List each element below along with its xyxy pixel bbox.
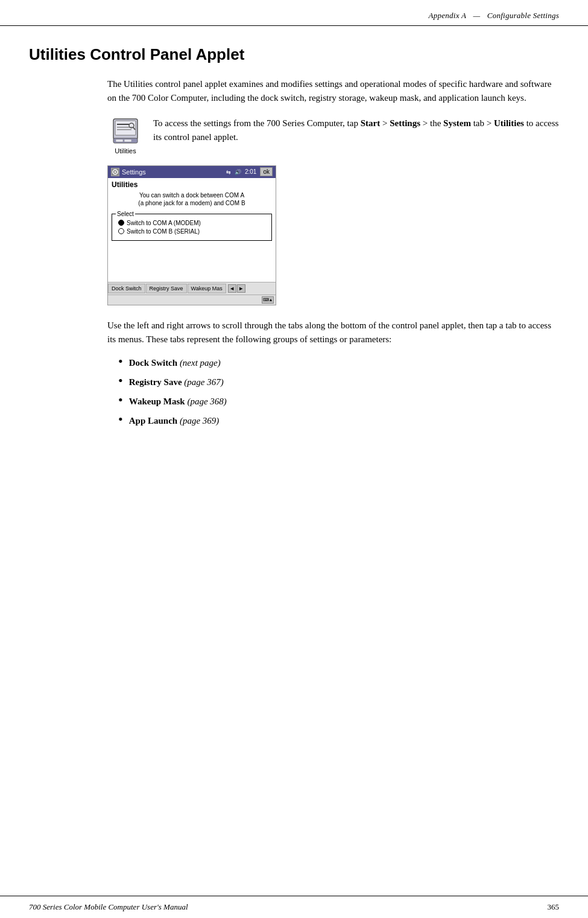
- titlebar-app-name: Settings: [122, 168, 146, 176]
- tab-wakeup-mask[interactable]: Wakeup Mas: [188, 284, 226, 293]
- svg-rect-4: [117, 129, 131, 130]
- bullet-italic: (page 367): [184, 377, 223, 387]
- body-paragraph-1: The Utilities control panel applet exami…: [107, 77, 559, 106]
- tab-nav: ◄ ►: [228, 284, 245, 293]
- signal-icon: ⇆: [226, 169, 231, 175]
- radio-label-2: Switch to COM B (SERIAL): [127, 228, 200, 235]
- bullet-bold: Registry Save: [129, 377, 182, 387]
- bullet-text: Registry Save (page 367): [129, 376, 224, 389]
- note-text-before-bold: To access the settings from the 700 Seri…: [153, 118, 361, 128]
- screen-tabs: Dock Switch Registry Save Wakeup Mas ◄ ►: [108, 282, 276, 295]
- screen-spacer: [110, 243, 273, 279]
- bullet-bold: Dock Switch: [129, 358, 177, 368]
- bullet-dot: •: [118, 374, 123, 387]
- list-item: • Dock Switch (next page): [118, 355, 559, 369]
- list-item: • Registry Save (page 367): [118, 374, 559, 389]
- bullet-italic: (page 368): [187, 397, 226, 406]
- section-label: Configurable Settings: [487, 11, 559, 20]
- titlebar-right: ⇆ 🔊 2:01 ok: [226, 167, 273, 176]
- radio-label-1: Switch to COM A (MODEM): [127, 220, 201, 226]
- settings-icon: [111, 168, 119, 176]
- screen-section-title: Utilities: [110, 180, 273, 189]
- screenshot-container: Settings ⇆ 🔊 2:01 ok Utilities You can s…: [107, 165, 276, 305]
- volume-icon: 🔊: [235, 169, 241, 175]
- list-item: • Wakeup Mask (page 368): [118, 394, 559, 408]
- titlebar-time: 2:01: [245, 168, 256, 175]
- svg-point-11: [115, 171, 116, 173]
- keyboard-icon[interactable]: ⌨▲: [262, 296, 274, 304]
- svg-rect-9: [124, 139, 131, 142]
- note-bold-settings: Settings: [390, 118, 420, 128]
- radio-empty-icon: [118, 228, 124, 234]
- note-block: Utilities To access the settings from th…: [107, 116, 559, 155]
- bullet-italic: (page 369): [180, 416, 219, 426]
- radio-option-2[interactable]: Switch to COM B (SERIAL): [116, 228, 268, 235]
- bullet-text: Dock Switch (next page): [129, 357, 221, 369]
- screenshot-titlebar: Settings ⇆ 🔊 2:01 ok: [108, 166, 276, 178]
- header-text: Appendix A — Configurable Settings: [429, 11, 560, 21]
- note-text2: > the: [420, 118, 443, 128]
- note-bold-utilities: Utilities: [494, 118, 524, 128]
- titlebar-left: Settings: [111, 168, 146, 176]
- em-dash: —: [473, 11, 480, 20]
- note-text: To access the settings from the 700 Seri…: [153, 116, 559, 145]
- ok-button[interactable]: ok: [260, 167, 273, 176]
- appendix-label: Appendix A: [429, 11, 466, 20]
- page-footer: 700 Series Color Mobile Computer User's …: [0, 896, 588, 918]
- utilities-icon-area: Utilities: [107, 116, 144, 155]
- svg-rect-2: [117, 124, 129, 125]
- select-legend: Select: [116, 211, 135, 217]
- radio-option-1[interactable]: Switch to COM A (MODEM): [116, 220, 268, 226]
- content-area: Utilities Control Panel Applet The Utili…: [0, 26, 588, 453]
- screenshot: Settings ⇆ 🔊 2:01 ok Utilities You can s…: [107, 165, 276, 305]
- bullet-text: Wakeup Mask (page 368): [129, 395, 227, 408]
- page-title: Utilities Control Panel Applet: [29, 45, 559, 64]
- footer-left: 700 Series Color Mobile Computer User's …: [29, 902, 188, 912]
- screen-info-line1: You can switch a dock between COM A (a p…: [110, 191, 273, 207]
- select-fieldset: Select Switch to COM A (MODEM) Switch to…: [112, 211, 272, 241]
- bullet-text: App Launch (page 369): [129, 415, 220, 427]
- bullet-dot: •: [118, 355, 123, 368]
- icon-label: Utilities: [115, 147, 136, 155]
- bullet-list: • Dock Switch (next page) • Registry Sav…: [118, 355, 559, 427]
- bullet-bold: Wakeup Mask: [129, 397, 185, 406]
- note-text3: tab >: [471, 118, 494, 128]
- bullet-dot: •: [118, 413, 123, 426]
- tab-registry-save[interactable]: Registry Save: [146, 284, 187, 293]
- bullet-bold: App Launch: [129, 416, 177, 426]
- footer-right: 365: [548, 902, 560, 912]
- radio-filled-icon: [118, 220, 124, 226]
- page-header: Appendix A — Configurable Settings: [0, 0, 588, 26]
- note-text1: >: [380, 118, 390, 128]
- page-container: Appendix A — Configurable Settings Utili…: [0, 0, 588, 918]
- tab-nav-prev[interactable]: ◄: [228, 284, 236, 293]
- svg-rect-8: [116, 139, 123, 142]
- body-paragraph-2: Use the left and right arrows to scroll …: [107, 319, 559, 347]
- screen-keyboard-row: ⌨▲: [108, 295, 276, 305]
- tab-dock-switch[interactable]: Dock Switch: [108, 284, 145, 293]
- tab-nav-next[interactable]: ►: [237, 284, 245, 293]
- utilities-icon: [111, 116, 140, 145]
- screenshot-body: Utilities You can switch a dock between …: [108, 178, 276, 282]
- list-item: • App Launch (page 369): [118, 413, 559, 427]
- note-bold-system: System: [443, 118, 471, 128]
- bullet-italic: (next page): [180, 358, 221, 368]
- note-bold-start: Start: [361, 118, 381, 128]
- bullet-dot: •: [118, 394, 123, 407]
